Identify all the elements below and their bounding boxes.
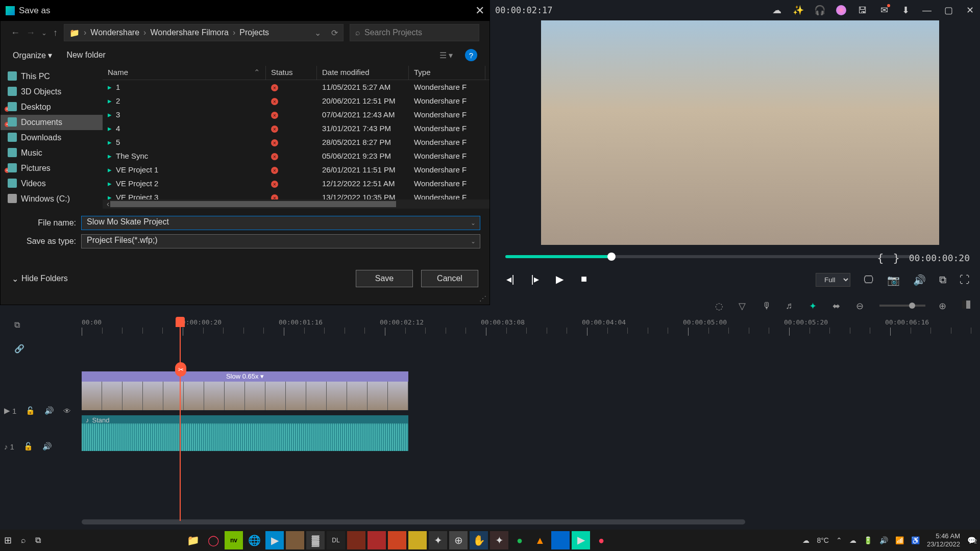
help-button[interactable]: ? <box>465 49 477 61</box>
sidebar-item-windows-c-[interactable]: Windows (C:) <box>1 191 103 207</box>
notifications-icon[interactable]: ✉ <box>879 5 889 15</box>
seek-thumb[interactable] <box>607 253 616 261</box>
chevron-down-icon[interactable]: ⌄ <box>471 219 476 227</box>
app-vlc-icon[interactable]: ▲ <box>531 531 549 549</box>
file-row[interactable]: ▸4×31/01/2021 7:43 PMWondershare F <box>103 121 489 135</box>
start-button[interactable]: ⊞ <box>4 535 12 546</box>
app-icon-8[interactable]: DL <box>327 531 345 549</box>
cut-marker[interactable]: ✂ <box>175 362 186 377</box>
close-app-icon[interactable]: ✕ <box>965 5 975 15</box>
next-frame-button[interactable]: |▸ <box>530 273 540 283</box>
file-row[interactable]: ▸VE Project 1×26/01/2021 11:51 PMWonders… <box>103 163 489 177</box>
timeline-scrollbar[interactable] <box>82 519 745 524</box>
tray-clock[interactable]: 5:46 AM 23/12/2022 <box>927 532 960 548</box>
auto-highlight-icon[interactable]: ✦ <box>809 300 819 311</box>
refresh-button[interactable]: ⟳ <box>331 28 338 38</box>
col-type-header[interactable]: Type <box>409 66 485 80</box>
tray-battery-icon[interactable]: 🔋 <box>864 536 872 544</box>
tray-volume-icon[interactable]: 🔊 <box>879 536 888 544</box>
app-icon-19[interactable] <box>551 531 570 549</box>
lock-video-icon[interactable]: 🔓 <box>26 406 35 415</box>
download-icon[interactable]: ⬇ <box>900 5 911 15</box>
video-track-indicator[interactable]: ▶1 <box>4 406 16 415</box>
quality-select[interactable]: Full <box>816 273 850 287</box>
search-input[interactable]: ⌕ Search Projects <box>350 24 479 41</box>
file-row[interactable]: ▸2×20/06/2021 12:51 PMWondershare F <box>103 94 489 108</box>
stop-button[interactable]: ■ <box>579 273 589 283</box>
account-icon[interactable] <box>836 5 846 15</box>
marker-icon[interactable]: ▽ <box>739 300 749 311</box>
clip-speed-label[interactable]: Slow 0.65x ▾ <box>82 371 408 382</box>
breadcrumb-part[interactable]: Wondershare Filmora <box>150 28 229 37</box>
app-icon-6[interactable] <box>286 531 304 549</box>
video-clip[interactable]: Slow 0.65x ▾ <box>82 381 408 410</box>
snapshot-icon[interactable]: 📷 <box>887 274 900 286</box>
lock-audio-icon[interactable]: 🔓 <box>23 442 33 451</box>
seek-bar[interactable] <box>505 255 914 258</box>
app-icon-14[interactable]: ⊕ <box>449 531 468 549</box>
nav-up-button[interactable]: ↑ <box>53 28 58 38</box>
app-icon-12[interactable] <box>408 531 427 549</box>
app-icon-11[interactable] <box>388 531 406 549</box>
volume-icon[interactable]: 🔊 <box>913 274 926 286</box>
app-icon-21[interactable]: ● <box>592 531 610 549</box>
address-bar[interactable]: 📁 › Wondershare › Wondershare Filmora › … <box>64 24 344 41</box>
mute-audio-icon[interactable]: 🔊 <box>42 442 52 451</box>
weather-icon[interactable]: ☁ <box>802 536 810 544</box>
maximize-icon[interactable]: ▢ <box>943 5 953 15</box>
minimize-icon[interactable]: — <box>922 5 932 15</box>
voiceover-icon[interactable]: 🎙 <box>762 300 772 311</box>
zoom-out-icon[interactable]: ⊖ <box>856 300 866 311</box>
mark-in-button[interactable]: { <box>877 252 884 264</box>
nav-forward-button[interactable]: → <box>26 28 35 38</box>
resize-grip-icon[interactable]: ⋰ <box>479 294 486 303</box>
sidebar-item-3d-objects[interactable]: 3D Objects <box>1 84 103 99</box>
app-icon-15[interactable]: ✋ <box>470 531 488 549</box>
col-date-header[interactable]: Date modified <box>317 66 409 80</box>
file-row[interactable]: ▸5×28/05/2021 8:27 PMWondershare F <box>103 135 489 149</box>
tray-lang-icon[interactable]: ♿ <box>911 536 920 544</box>
audio-mixer-icon[interactable]: ♬ <box>786 300 796 311</box>
weather-temp[interactable]: 8°C <box>817 536 829 544</box>
zoom-in-icon[interactable]: ⊕ <box>939 300 949 311</box>
sidebar-item-pictures[interactable]: ×Pictures <box>1 161 103 176</box>
app-spotify-icon[interactable]: ● <box>510 531 529 549</box>
tl-media-icon[interactable]: ⧉ <box>14 320 28 334</box>
file-row[interactable]: ▸VE Project 2×12/12/2022 12:51 AMWonders… <box>103 177 489 190</box>
sidebar-item-music[interactable]: Music <box>1 145 103 161</box>
mark-out-button[interactable]: } <box>893 252 900 264</box>
task-view-button[interactable]: ⧉ <box>35 536 41 545</box>
file-row[interactable]: ▸The Sync×05/06/2021 9:23 PMWondershare … <box>103 149 489 163</box>
headphones-icon[interactable]: 🎧 <box>815 5 825 15</box>
fullscreen-icon[interactable]: ⛶ <box>960 274 970 286</box>
tray-wifi-icon[interactable]: 📶 <box>895 536 904 544</box>
video-preview[interactable] <box>541 20 939 245</box>
breadcrumb-part[interactable]: Wondershare <box>90 28 139 37</box>
tray-notifications[interactable]: 💬2 <box>967 536 976 544</box>
tray-expand-icon[interactable]: ⌃ <box>836 536 842 544</box>
fit-icon[interactable]: ⬌ <box>832 300 843 311</box>
app-explorer-icon[interactable]: 📁 <box>184 531 202 549</box>
sidebar-item-lenovo-d-[interactable]: LENOVO (D:)› <box>1 207 103 209</box>
new-folder-button[interactable]: New folder <box>66 51 105 60</box>
playhead[interactable] <box>180 317 181 521</box>
path-dropdown-icon[interactable]: ⌄ <box>314 28 321 38</box>
sidebar-item-desktop[interactable]: ×Desktop <box>1 99 103 115</box>
app-nvidia-icon[interactable]: nv <box>225 531 243 549</box>
filename-input[interactable]: Slow Mo Skate Project⌄ <box>81 216 480 230</box>
sidebar-item-this-pc[interactable]: This PC <box>1 69 103 84</box>
audio-clip[interactable]: ♪Stand <box>82 423 408 451</box>
breadcrumb-part[interactable]: Projects <box>239 28 269 37</box>
sidebar-item-downloads[interactable]: Downloads <box>1 130 103 145</box>
cloud-icon[interactable]: ☁ <box>772 5 782 15</box>
filetype-input[interactable]: Project Files(*.wfp;)⌄ <box>81 234 480 248</box>
eye-video-icon[interactable]: 👁 <box>63 407 71 415</box>
app-chrome-icon[interactable]: 🌐 <box>245 531 263 549</box>
play-button[interactable]: ▶ <box>554 273 565 283</box>
zoom-slider[interactable] <box>879 305 925 307</box>
app-icon-10[interactable] <box>368 531 386 549</box>
nav-recent-button[interactable]: ⌄ <box>41 29 47 37</box>
hide-folders-button[interactable]: ⌄Hide Folders <box>12 274 68 284</box>
file-hscrollbar[interactable]: ‹ <box>103 199 489 209</box>
app-icon-5[interactable]: ▶ <box>265 531 284 549</box>
